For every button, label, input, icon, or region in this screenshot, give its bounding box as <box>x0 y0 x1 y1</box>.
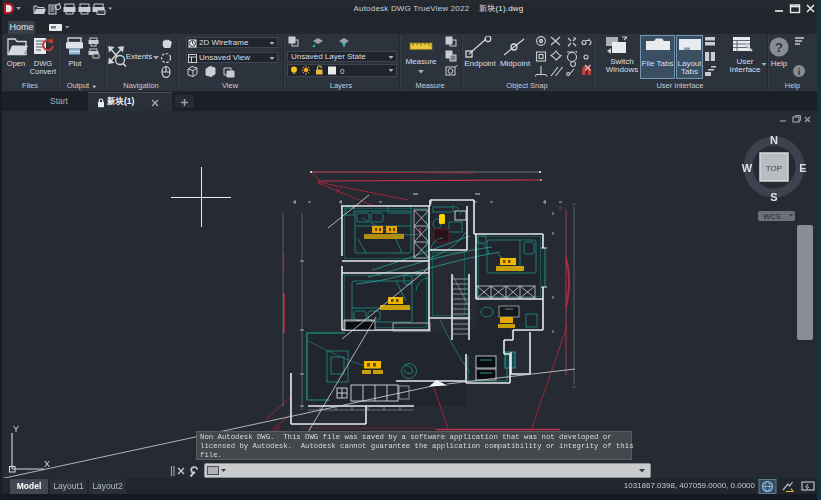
svg-text:WCS: WCS <box>763 212 781 221</box>
svg-text:S: S <box>770 191 777 203</box>
svg-text:W: W <box>742 162 753 174</box>
svg-text:N: N <box>770 134 778 146</box>
svg-text:0: 0 <box>340 67 345 76</box>
svg-text:Y: Y <box>13 424 19 434</box>
svg-text:?: ? <box>775 40 783 55</box>
svg-text:i: i <box>798 67 801 77</box>
svg-text:X: X <box>44 459 50 469</box>
svg-text:TOP: TOP <box>766 164 782 173</box>
svg-text:E: E <box>799 162 806 174</box>
